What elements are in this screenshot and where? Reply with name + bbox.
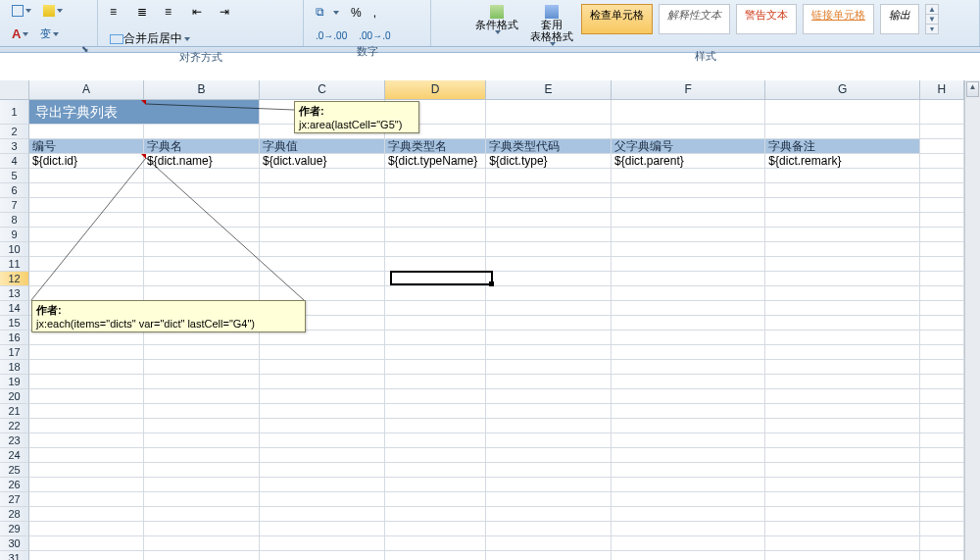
header-cell-1[interactable]: 字典名: [144, 139, 260, 154]
comma-button[interactable]: ,: [369, 3, 380, 23]
cell-C6[interactable]: [260, 183, 385, 198]
cell-A29[interactable]: [29, 522, 144, 536]
row-header-11[interactable]: 11: [0, 257, 29, 272]
cell-C25[interactable]: [260, 463, 385, 478]
cell-H23[interactable]: [920, 433, 964, 448]
cell-E7[interactable]: [486, 198, 612, 213]
cell-A7[interactable]: [29, 198, 144, 213]
row-header-29[interactable]: 29: [0, 522, 29, 536]
cell-C13[interactable]: [260, 286, 385, 301]
row-header-15[interactable]: 15: [0, 316, 29, 331]
cell-A8[interactable]: [29, 213, 144, 228]
cell-F18[interactable]: [612, 360, 765, 375]
row-header-23[interactable]: 23: [0, 433, 29, 448]
cell-B10[interactable]: [144, 242, 260, 257]
cell-C16[interactable]: [260, 331, 385, 345]
cell-B28[interactable]: [144, 507, 260, 522]
decrease-decimal-icon[interactable]: .00→.0: [355, 27, 394, 44]
cell-D27[interactable]: [385, 492, 486, 507]
cell-H11[interactable]: [920, 257, 964, 272]
cell-F9[interactable]: [612, 228, 765, 242]
cell-C30[interactable]: [260, 536, 385, 551]
cell-G19[interactable]: [765, 375, 919, 389]
cell-D20[interactable]: [385, 389, 486, 404]
row-header-8[interactable]: 8: [0, 213, 29, 228]
data-cell-6[interactable]: ${dict.remark}: [765, 154, 919, 169]
cell-G5[interactable]: [765, 169, 919, 183]
cell-H1[interactable]: [920, 100, 964, 125]
cell-F12[interactable]: [612, 272, 765, 286]
cell-H17[interactable]: [920, 345, 964, 360]
cell-A10[interactable]: [29, 242, 144, 257]
cell-G1[interactable]: [765, 100, 919, 125]
cell-G22[interactable]: [765, 419, 919, 433]
cell-F22[interactable]: [612, 419, 765, 433]
col-header-H[interactable]: H: [920, 80, 964, 100]
col-header-E[interactable]: E: [486, 80, 612, 100]
fill-color-button[interactable]: [39, 2, 67, 20]
cell-H31[interactable]: [920, 551, 964, 560]
conditional-format-button[interactable]: 条件格式: [471, 2, 522, 37]
cell-H29[interactable]: [920, 522, 964, 536]
cell-F13[interactable]: [612, 286, 765, 301]
row-header-30[interactable]: 30: [0, 536, 29, 551]
cell-H13[interactable]: [920, 286, 964, 301]
cell-G29[interactable]: [765, 522, 919, 536]
cell-G13[interactable]: [765, 286, 919, 301]
cell-H3[interactable]: [920, 139, 964, 154]
cell-E21[interactable]: [486, 404, 612, 419]
cell-A18[interactable]: [29, 360, 144, 375]
cell-G18[interactable]: [765, 360, 919, 375]
cell-F26[interactable]: [612, 478, 765, 492]
cell-G31[interactable]: [765, 551, 919, 560]
cell-C5[interactable]: [260, 169, 385, 183]
row-header-17[interactable]: 17: [0, 345, 29, 360]
cell-C7[interactable]: [260, 198, 385, 213]
row-header-27[interactable]: 27: [0, 492, 29, 507]
col-header-A[interactable]: A: [29, 80, 144, 100]
cell-A28[interactable]: [29, 507, 144, 522]
align-left-icon[interactable]: ≡: [106, 2, 129, 24]
cell-E31[interactable]: [486, 551, 612, 560]
cell-G6[interactable]: [765, 183, 919, 198]
data-cell-5[interactable]: ${dict.parent}: [612, 154, 765, 169]
row-header-19[interactable]: 19: [0, 375, 29, 389]
cell-D28[interactable]: [385, 507, 486, 522]
row-header-7[interactable]: 7: [0, 198, 29, 213]
cell-G8[interactable]: [765, 213, 919, 228]
cell-C12[interactable]: [260, 272, 385, 286]
cell-E28[interactable]: [486, 507, 612, 522]
cell-A24[interactable]: [29, 448, 144, 463]
cell-F31[interactable]: [612, 551, 765, 560]
cell-B22[interactable]: [144, 419, 260, 433]
cell-D21[interactable]: [385, 404, 486, 419]
cell-E12[interactable]: [486, 272, 612, 286]
align-center-icon[interactable]: ≣: [133, 2, 157, 24]
cell-C21[interactable]: [260, 404, 385, 419]
cell-B6[interactable]: [144, 183, 260, 198]
data-cell-1[interactable]: ${dict.name}: [144, 154, 260, 169]
cell-B20[interactable]: [144, 389, 260, 404]
cell-H20[interactable]: [920, 389, 964, 404]
cell-H5[interactable]: [920, 169, 964, 183]
font-color-button[interactable]: A: [8, 24, 32, 44]
cell-C8[interactable]: [260, 213, 385, 228]
cell-C29[interactable]: [260, 522, 385, 536]
border-button[interactable]: [8, 2, 35, 20]
row-header-9[interactable]: 9: [0, 228, 29, 242]
cell-F25[interactable]: [612, 463, 765, 478]
cell-D14[interactable]: [385, 301, 486, 316]
cell-A16[interactable]: [29, 331, 144, 345]
cell-D15[interactable]: [385, 316, 486, 331]
cell-B11[interactable]: [144, 257, 260, 272]
table-format-button[interactable]: 套用 表格格式: [526, 2, 577, 49]
cell-E25[interactable]: [486, 463, 612, 478]
cell-C18[interactable]: [260, 360, 385, 375]
phonetic-button[interactable]: 变: [36, 24, 63, 44]
cell-F1[interactable]: [612, 100, 765, 125]
style-output[interactable]: 输出: [880, 4, 919, 34]
cell-F5[interactable]: [612, 169, 765, 183]
cell-styles-gallery[interactable]: 检查单元格 解释性文本 警告文本 链接单元格 输出 ▲▼▾: [581, 2, 939, 34]
cell-C22[interactable]: [260, 419, 385, 433]
cell-E10[interactable]: [486, 242, 612, 257]
